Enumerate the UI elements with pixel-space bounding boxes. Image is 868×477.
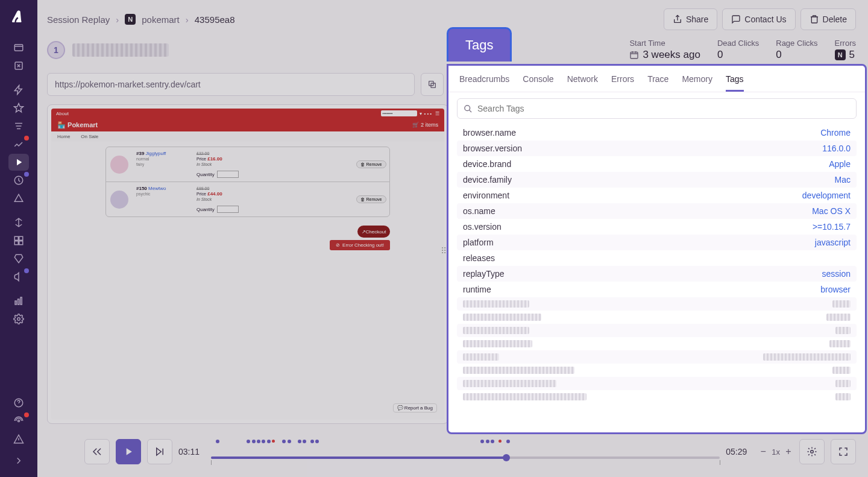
svg-rect-3 [14,236,18,240]
tag-key: environment [463,191,509,200]
share-button[interactable]: Share [664,8,717,30]
discover-icon[interactable] [8,214,29,231]
svg-point-17 [465,105,470,110]
tag-value[interactable]: browser [820,285,851,294]
tag-row-redacted [457,390,857,403]
tag-list: browser.nameChromebrowser.version116.0.0… [448,125,865,403]
tag-key: runtime [463,285,491,294]
svg-rect-4 [19,236,23,240]
panel-tabs: Breadcrumbs Console Network Errors Trace… [448,66,865,92]
breadcrumb-id: 43595ea8 [195,14,235,25]
play-button[interactable] [116,439,141,464]
svg-point-12 [18,420,20,422]
dead-clicks-label: Dead Clicks [717,39,759,48]
tab-memory[interactable]: Memory [682,74,712,92]
start-time-value: 3 weeks ago [643,49,700,61]
announce-icon[interactable] [8,268,29,285]
stats-icon[interactable] [8,292,29,309]
replay-topbar: About ••••••••▾•••☰ [51,109,444,118]
settings-button[interactable] [799,439,825,464]
rage-clicks-label: Rage Clicks [776,39,817,48]
skip-button[interactable] [147,439,172,464]
resize-handle[interactable]: ⠿ [441,246,447,256]
tags-panel: Breadcrumbs Console Network Errors Trace… [447,64,867,434]
tag-row[interactable]: device.brandApple [457,156,857,172]
url-bar[interactable]: https://pokemon-market.sentry.dev/cart [47,73,415,96]
warning-icon[interactable] [8,431,29,447]
crons-icon[interactable] [8,172,29,189]
contact-button[interactable]: Contact Us [722,8,795,30]
tag-row[interactable]: device.familyMac [457,172,857,188]
cart-table: #39 Jigglypuffnormalfairy £32.00Price £1… [105,147,390,217]
tag-row[interactable]: os.version>=10.15.7 [457,219,857,235]
tag-key: device.brand [463,159,511,169]
dashboards-icon[interactable] [8,232,29,249]
tag-value[interactable]: >=10.15.7 [813,222,851,232]
tag-row[interactable]: environmentdevelopment [457,188,857,203]
star-icon[interactable] [8,100,29,116]
playback-controls: 03:11 05:29 −1x+ [84,434,856,470]
projects-icon[interactable] [8,39,29,56]
breadcrumb-project[interactable]: pokemart [142,14,180,25]
tab-breadcrumbs[interactable]: Breadcrumbs [459,74,509,92]
tag-row[interactable]: browser.version116.0.0 [457,141,857,156]
report-bug-button: 💬 Report a Bug [393,403,437,412]
svg-rect-8 [18,299,19,305]
metrics-icon[interactable] [8,136,29,153]
tag-row[interactable]: runtimebrowser [457,282,857,297]
tag-value[interactable]: 116.0.0 [822,144,851,153]
tag-value[interactable]: Mac OS X [812,206,851,216]
tab-network[interactable]: Network [567,74,598,92]
tag-key: os.name [463,206,495,216]
fullscreen-button[interactable] [831,439,856,464]
help-icon[interactable] [8,394,29,411]
tag-row[interactable]: replayTypesession [457,266,857,282]
svg-point-16 [811,450,814,453]
speed-control[interactable]: −1x+ [758,446,793,457]
performance-icon[interactable] [8,81,29,98]
replay-navbar: 🏪 Pokemart 🛒 2 items [51,118,444,131]
broadcast-icon[interactable] [8,412,29,429]
replays-icon[interactable] [8,154,29,171]
copy-url-button[interactable] [421,73,444,96]
tab-trace[interactable]: Trace [647,74,668,92]
tag-value[interactable]: Mac [835,175,851,185]
tag-value[interactable]: session [822,269,851,279]
delete-button[interactable]: Delete [800,8,856,30]
profiling-icon[interactable] [8,118,29,134]
dead-clicks-value: 0 [717,49,759,61]
search-tags-input[interactable] [457,98,857,119]
svg-rect-0 [14,45,23,51]
timeline[interactable] [211,440,720,464]
sentry-logo[interactable] [8,6,30,28]
tab-errors[interactable]: Errors [611,74,634,92]
svg-rect-6 [19,241,23,245]
tag-value[interactable]: Chrome [820,128,851,137]
tag-value[interactable]: development [802,191,851,200]
tag-key: releases [463,253,495,263]
tab-console[interactable]: Console [523,74,553,92]
left-sidebar [0,0,37,477]
tag-row[interactable]: browser.nameChrome [457,125,857,141]
tag-row[interactable]: os.nameMac OS X [457,203,857,219]
settings-icon[interactable] [8,311,29,327]
issues-icon[interactable] [8,57,29,74]
tab-tags[interactable]: Tags [726,74,744,92]
releases-icon[interactable] [8,250,29,267]
tag-key: device.family [463,175,512,185]
tag-value[interactable]: javascript [815,238,851,247]
tag-row[interactable]: platformjavascript [457,235,857,250]
tag-key: replayType [463,269,504,279]
total-time: 05:29 [726,447,752,456]
alerts-icon[interactable] [8,190,29,207]
rewind-button[interactable] [84,439,110,464]
replay-viewport: About ••••••••▾•••☰ 🏪 Pokemart 🛒 2 items… [47,104,448,424]
start-time-label: Start Time [629,39,700,48]
tag-value[interactable]: Apple [829,159,851,169]
breadcrumb: Session Replay › N pokemart › 43595ea8 [47,14,235,25]
collapse-icon[interactable] [8,452,29,469]
breadcrumb-root[interactable]: Session Replay [47,14,110,25]
tag-row[interactable]: releases [457,250,857,266]
tag-row-redacted [457,311,857,324]
checkout-button: ↗Checkout [357,226,390,238]
